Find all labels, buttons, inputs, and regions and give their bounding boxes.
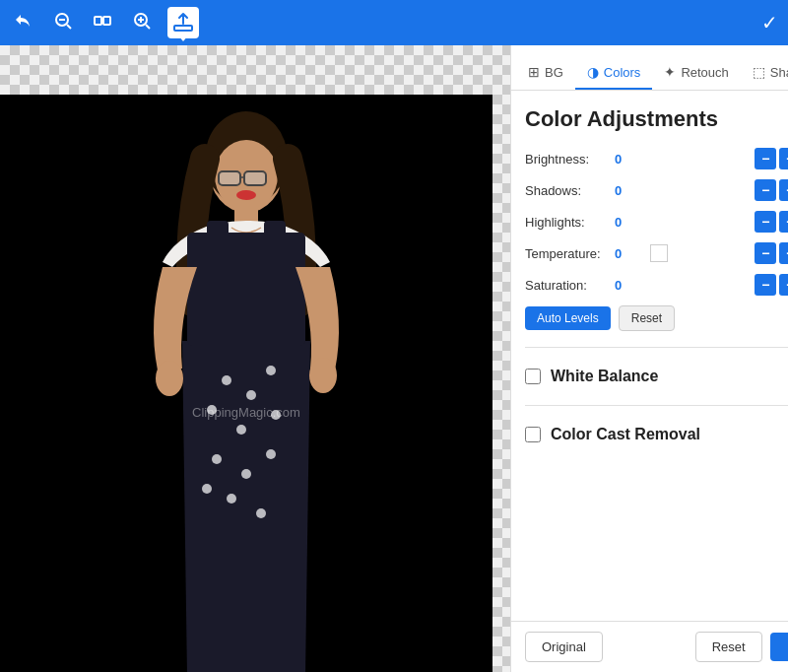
- tabs-bar: ⊞ BG ◑ Colors ✦ Retouch ⬚ Shadows: [511, 45, 788, 91]
- svg-point-35: [236, 190, 256, 200]
- saturation-minus[interactable]: −: [755, 274, 776, 296]
- svg-rect-20: [187, 233, 305, 346]
- color-cast-label: Color Cast Removal: [551, 426, 700, 443]
- svg-point-24: [207, 405, 217, 415]
- reset-button[interactable]: Reset: [619, 305, 675, 331]
- svg-line-2: [67, 25, 71, 29]
- temperature-minus[interactable]: −: [755, 242, 776, 264]
- main-area: ClippingMagic.com ⊞ BG ◑ Colors ✦ Retouc…: [0, 45, 788, 672]
- divider-2: [525, 405, 788, 406]
- svg-rect-3: [95, 17, 101, 25]
- auto-levels-button[interactable]: Auto Levels: [525, 306, 611, 330]
- zoom-fit-button[interactable]: [89, 7, 116, 39]
- svg-point-22: [246, 390, 256, 400]
- zoom-in-button[interactable]: [128, 7, 156, 39]
- tab-shadows[interactable]: ⬚ Shadows: [741, 56, 788, 90]
- panel-content: Color Adjustments Brightness: 0 − + ↺ Sh…: [511, 91, 788, 621]
- white-balance-label: White Balance: [551, 368, 658, 385]
- panel-title: Color Adjustments: [525, 106, 788, 132]
- shadows-icon: ⬚: [753, 64, 765, 80]
- temperature-controls: − + ↺: [755, 242, 788, 264]
- white-balance-checkbox[interactable]: [525, 369, 541, 384]
- shadows-minus[interactable]: −: [755, 179, 776, 201]
- shadows-plus[interactable]: +: [779, 179, 788, 201]
- svg-point-27: [212, 454, 222, 464]
- highlights-minus[interactable]: −: [755, 211, 776, 233]
- svg-point-32: [202, 484, 212, 494]
- original-button[interactable]: Original: [525, 632, 603, 662]
- svg-point-21: [222, 375, 231, 385]
- ok-button[interactable]: Ok: [770, 633, 788, 661]
- svg-point-25: [236, 425, 246, 435]
- colors-icon: ◑: [587, 64, 599, 80]
- saturation-value: 0: [615, 278, 644, 293]
- svg-point-28: [241, 469, 251, 479]
- highlights-controls: − + ↺: [755, 211, 788, 233]
- color-cast-section: Color Cast Removal: [525, 414, 788, 455]
- temperature-plus[interactable]: +: [779, 242, 788, 264]
- shadows-controls: − + ↺: [755, 179, 788, 201]
- svg-line-8: [146, 25, 150, 29]
- white-balance-section: White Balance: [525, 356, 788, 397]
- highlights-row: Highlights: 0 − + ↺: [525, 211, 788, 233]
- brightness-label: Brightness:: [525, 152, 609, 167]
- reset-bottom-button[interactable]: Reset: [695, 632, 762, 662]
- person-figure: [89, 104, 404, 672]
- brightness-plus[interactable]: +: [779, 148, 788, 169]
- right-panel: ⊞ BG ◑ Colors ✦ Retouch ⬚ Shadows Color …: [510, 45, 788, 672]
- brightness-row: Brightness: 0 − + ↺: [525, 148, 788, 169]
- temperature-value: 0: [615, 246, 644, 261]
- temperature-row: Temperature: 0 − + ↺: [525, 242, 788, 264]
- canvas-area[interactable]: ClippingMagic.com: [0, 45, 510, 672]
- saturation-controls: − + ↺: [755, 274, 788, 296]
- svg-point-30: [227, 494, 236, 504]
- auto-levels-row: Auto Levels Reset ⚙: [525, 305, 788, 331]
- svg-rect-14: [244, 171, 266, 185]
- bg-icon: ⊞: [528, 64, 540, 80]
- saturation-label: Saturation:: [525, 278, 609, 293]
- temperature-color-box[interactable]: [650, 244, 668, 262]
- retouch-icon: ✦: [664, 64, 676, 80]
- svg-rect-13: [219, 171, 240, 185]
- saturation-row: Saturation: 0 − + ↺: [525, 274, 788, 296]
- toolbar: ✓: [0, 0, 788, 45]
- highlights-label: Highlights:: [525, 215, 609, 230]
- svg-point-31: [256, 508, 266, 518]
- temperature-label: Temperature:: [525, 246, 609, 261]
- svg-point-34: [309, 358, 337, 393]
- svg-point-29: [266, 449, 276, 459]
- svg-point-23: [266, 366, 276, 375]
- shadows-label: Shadows:: [525, 183, 609, 198]
- saturation-plus[interactable]: +: [779, 274, 788, 296]
- brightness-minus[interactable]: −: [755, 148, 776, 169]
- shadows-value: 0: [615, 183, 644, 198]
- tab-colors[interactable]: ◑ Colors: [575, 56, 653, 90]
- confirm-button[interactable]: ✓: [761, 11, 778, 34]
- undo-button[interactable]: [10, 7, 37, 39]
- svg-point-26: [271, 410, 281, 420]
- highlights-plus[interactable]: +: [779, 211, 788, 233]
- svg-rect-4: [103, 17, 110, 25]
- tab-retouch[interactable]: ✦ Retouch: [652, 56, 740, 90]
- highlights-value: 0: [615, 215, 644, 230]
- svg-point-33: [156, 361, 183, 396]
- zoom-out-button[interactable]: [49, 7, 77, 39]
- brightness-controls: − + ↺: [755, 148, 788, 169]
- subject-background: ClippingMagic.com: [0, 95, 492, 672]
- color-cast-checkbox[interactable]: [525, 427, 541, 442]
- tab-bg[interactable]: ⊞ BG: [516, 56, 575, 90]
- shadows-row: Shadows: 0 − + ↺: [525, 179, 788, 201]
- bottom-buttons: Original Reset Ok: [511, 621, 788, 672]
- brightness-value: 0: [615, 152, 644, 167]
- svg-rect-9: [174, 26, 192, 31]
- download-button[interactable]: [167, 7, 199, 38]
- divider-1: [525, 347, 788, 348]
